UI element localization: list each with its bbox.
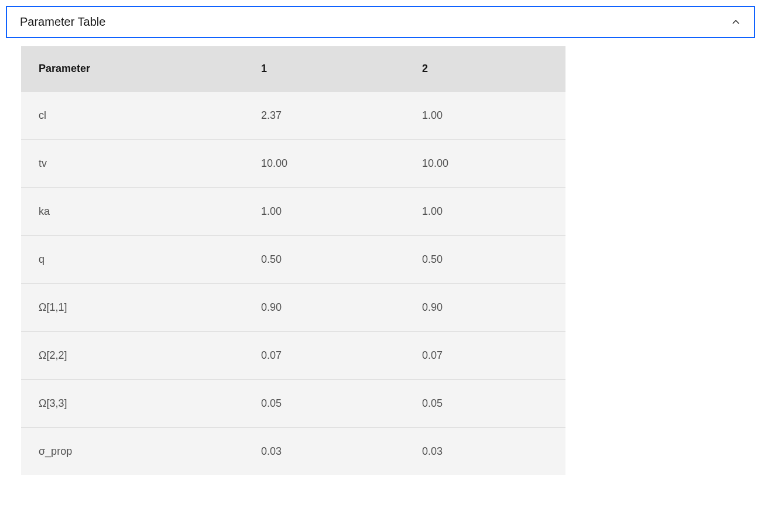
col-header-parameter: Parameter	[21, 46, 244, 92]
cell-v1: 0.90	[244, 284, 405, 332]
cell-v2: 1.00	[405, 188, 565, 236]
chevron-up-icon	[731, 17, 741, 28]
cell-v1: 1.00	[244, 188, 405, 236]
cell-v1: 0.50	[244, 236, 405, 284]
accordion-content: Parameter 1 2 cl 2.37 1.00 tv 10.00 10.0…	[6, 38, 755, 490]
cell-v2: 0.03	[405, 428, 565, 476]
table-row: q 0.50 0.50	[21, 236, 565, 284]
parameter-table: Parameter 1 2 cl 2.37 1.00 tv 10.00 10.0…	[21, 46, 565, 475]
cell-param: Ω[2,2]	[21, 332, 244, 380]
accordion-container: Parameter Table Parameter 1 2 cl 2.37 1.…	[0, 0, 761, 496]
cell-param: Ω[3,3]	[21, 380, 244, 428]
table-row: Ω[1,1] 0.90 0.90	[21, 284, 565, 332]
table-row: σ_prop 0.03 0.03	[21, 428, 565, 476]
cell-v1: 0.07	[244, 332, 405, 380]
cell-v2: 0.05	[405, 380, 565, 428]
col-header-2: 2	[405, 46, 565, 92]
table-row: tv 10.00 10.00	[21, 140, 565, 188]
cell-param: q	[21, 236, 244, 284]
cell-param: σ_prop	[21, 428, 244, 476]
cell-v2: 0.90	[405, 284, 565, 332]
cell-param: tv	[21, 140, 244, 188]
table-row: Ω[2,2] 0.07 0.07	[21, 332, 565, 380]
cell-v2: 0.07	[405, 332, 565, 380]
table-row: cl 2.37 1.00	[21, 92, 565, 140]
cell-param: ka	[21, 188, 244, 236]
accordion-header[interactable]: Parameter Table	[6, 6, 755, 38]
cell-v2: 1.00	[405, 92, 565, 140]
cell-v1: 0.05	[244, 380, 405, 428]
accordion-title: Parameter Table	[20, 15, 105, 29]
cell-param: Ω[1,1]	[21, 284, 244, 332]
cell-param: cl	[21, 92, 244, 140]
table-row: ka 1.00 1.00	[21, 188, 565, 236]
cell-v1: 0.03	[244, 428, 405, 476]
cell-v1: 10.00	[244, 140, 405, 188]
cell-v2: 10.00	[405, 140, 565, 188]
cell-v2: 0.50	[405, 236, 565, 284]
table-row: Ω[3,3] 0.05 0.05	[21, 380, 565, 428]
col-header-1: 1	[244, 46, 405, 92]
table-header-row: Parameter 1 2	[21, 46, 565, 92]
cell-v1: 2.37	[244, 92, 405, 140]
